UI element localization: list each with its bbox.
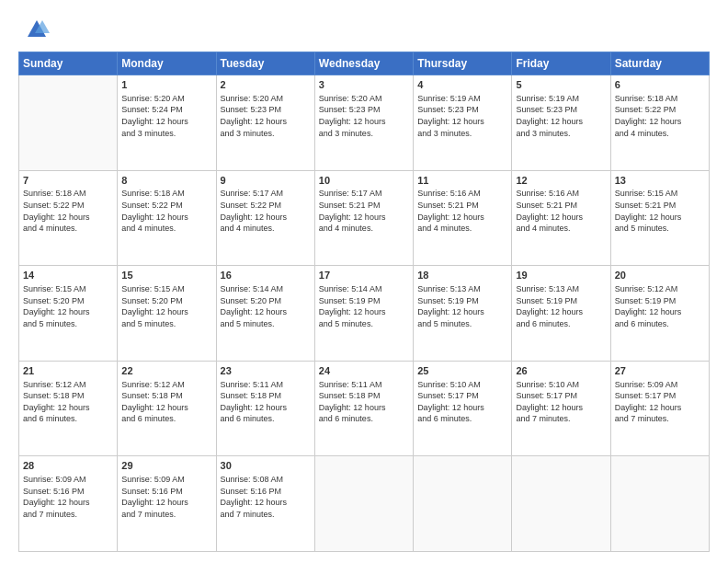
calendar-cell: 26Sunrise: 5:10 AM Sunset: 5:17 PM Dayli… [512, 361, 610, 456]
day-header-sunday: Sunday [19, 52, 118, 75]
day-info: Sunrise: 5:15 AM Sunset: 5:20 PM Dayligh… [23, 283, 113, 329]
day-info: Sunrise: 5:15 AM Sunset: 5:21 PM Dayligh… [615, 188, 705, 234]
day-header-thursday: Thursday [414, 52, 512, 75]
day-number: 17 [319, 269, 409, 282]
day-number: 29 [121, 459, 211, 473]
day-number: 6 [615, 78, 705, 92]
logo-icon [24, 17, 50, 42]
day-number: 7 [23, 174, 113, 188]
calendar-cell: 12Sunrise: 5:16 AM Sunset: 5:21 PM Dayli… [512, 170, 610, 266]
day-info: Sunrise: 5:19 AM Sunset: 5:23 PM Dayligh… [417, 93, 507, 139]
day-number: 13 [615, 174, 705, 188]
calendar-cell: 8Sunrise: 5:18 AM Sunset: 5:22 PM Daylig… [118, 170, 216, 266]
day-number: 10 [319, 174, 409, 188]
day-number: 26 [516, 364, 606, 378]
calendar-cell: 15Sunrise: 5:15 AM Sunset: 5:20 PM Dayli… [118, 266, 216, 362]
calendar-cell: 4Sunrise: 5:19 AM Sunset: 5:23 PM Daylig… [414, 75, 512, 171]
calendar-cell: 10Sunrise: 5:17 AM Sunset: 5:21 PM Dayli… [314, 170, 413, 266]
calendar-cell: 28Sunrise: 5:09 AM Sunset: 5:16 PM Dayli… [19, 456, 118, 552]
day-info: Sunrise: 5:17 AM Sunset: 5:22 PM Dayligh… [221, 188, 311, 234]
day-info: Sunrise: 5:12 AM Sunset: 5:18 PM Dayligh… [23, 379, 113, 425]
day-info: Sunrise: 5:08 AM Sunset: 5:16 PM Dayligh… [221, 474, 311, 520]
day-info: Sunrise: 5:12 AM Sunset: 5:18 PM Dayligh… [121, 379, 211, 425]
day-number: 1 [121, 78, 211, 92]
day-info: Sunrise: 5:20 AM Sunset: 5:23 PM Dayligh… [319, 93, 409, 139]
day-header-tuesday: Tuesday [216, 52, 314, 75]
day-info: Sunrise: 5:14 AM Sunset: 5:20 PM Dayligh… [221, 283, 311, 329]
day-header-monday: Monday [118, 52, 216, 75]
day-number: 2 [221, 78, 311, 92]
day-info: Sunrise: 5:17 AM Sunset: 5:21 PM Dayligh… [319, 188, 409, 234]
day-info: Sunrise: 5:09 AM Sunset: 5:17 PM Dayligh… [615, 379, 705, 425]
calendar-cell: 29Sunrise: 5:09 AM Sunset: 5:16 PM Dayli… [118, 456, 216, 552]
day-info: Sunrise: 5:16 AM Sunset: 5:21 PM Dayligh… [417, 188, 507, 234]
day-number: 25 [417, 364, 507, 378]
calendar-table: SundayMondayTuesdayWednesdayThursdayFrid… [18, 52, 710, 552]
calendar-cell: 22Sunrise: 5:12 AM Sunset: 5:18 PM Dayli… [118, 361, 216, 456]
calendar-cell: 25Sunrise: 5:10 AM Sunset: 5:17 PM Dayli… [414, 361, 512, 456]
day-info: Sunrise: 5:20 AM Sunset: 5:23 PM Dayligh… [221, 93, 311, 139]
calendar-cell: 30Sunrise: 5:08 AM Sunset: 5:16 PM Dayli… [216, 456, 314, 552]
day-info: Sunrise: 5:16 AM Sunset: 5:21 PM Dayligh… [516, 188, 606, 234]
day-number: 8 [121, 174, 211, 188]
calendar-cell: 2Sunrise: 5:20 AM Sunset: 5:23 PM Daylig… [216, 75, 314, 171]
calendar-cell: 19Sunrise: 5:13 AM Sunset: 5:19 PM Dayli… [512, 266, 610, 362]
day-header-wednesday: Wednesday [314, 52, 413, 75]
day-info: Sunrise: 5:15 AM Sunset: 5:20 PM Dayligh… [121, 283, 211, 329]
day-info: Sunrise: 5:19 AM Sunset: 5:23 PM Dayligh… [516, 93, 606, 139]
day-info: Sunrise: 5:10 AM Sunset: 5:17 PM Dayligh… [516, 379, 606, 425]
day-number: 22 [121, 364, 211, 378]
calendar-cell: 9Sunrise: 5:17 AM Sunset: 5:22 PM Daylig… [216, 170, 314, 266]
calendar-cell: 27Sunrise: 5:09 AM Sunset: 5:17 PM Dayli… [610, 361, 709, 456]
day-number: 14 [23, 269, 113, 282]
day-info: Sunrise: 5:11 AM Sunset: 5:18 PM Dayligh… [319, 379, 409, 425]
calendar-cell [414, 456, 512, 552]
day-info: Sunrise: 5:20 AM Sunset: 5:24 PM Dayligh… [121, 93, 211, 139]
calendar-cell: 5Sunrise: 5:19 AM Sunset: 5:23 PM Daylig… [512, 75, 610, 171]
day-number: 4 [417, 78, 507, 92]
calendar-cell: 1Sunrise: 5:20 AM Sunset: 5:24 PM Daylig… [118, 75, 216, 171]
day-number: 9 [221, 174, 311, 188]
day-info: Sunrise: 5:11 AM Sunset: 5:18 PM Dayligh… [221, 379, 311, 425]
day-number: 3 [319, 78, 409, 92]
day-number: 19 [516, 269, 606, 282]
calendar-cell: 6Sunrise: 5:18 AM Sunset: 5:22 PM Daylig… [610, 75, 709, 171]
day-number: 18 [417, 269, 507, 282]
day-number: 15 [121, 269, 211, 282]
day-number: 27 [615, 364, 705, 378]
calendar-cell: 18Sunrise: 5:13 AM Sunset: 5:19 PM Dayli… [414, 266, 512, 362]
calendar-cell: 20Sunrise: 5:12 AM Sunset: 5:19 PM Dayli… [610, 266, 709, 362]
day-number: 24 [319, 364, 409, 378]
calendar-cell: 13Sunrise: 5:15 AM Sunset: 5:21 PM Dayli… [610, 170, 709, 266]
day-number: 11 [417, 174, 507, 188]
day-info: Sunrise: 5:12 AM Sunset: 5:19 PM Dayligh… [615, 283, 705, 329]
calendar-cell: 14Sunrise: 5:15 AM Sunset: 5:20 PM Dayli… [19, 266, 118, 362]
day-info: Sunrise: 5:13 AM Sunset: 5:19 PM Dayligh… [516, 283, 606, 329]
calendar-cell [314, 456, 413, 552]
day-info: Sunrise: 5:09 AM Sunset: 5:16 PM Dayligh… [23, 474, 113, 520]
calendar-cell: 24Sunrise: 5:11 AM Sunset: 5:18 PM Dayli… [314, 361, 413, 456]
day-info: Sunrise: 5:18 AM Sunset: 5:22 PM Dayligh… [23, 188, 113, 234]
day-number: 16 [221, 269, 311, 282]
calendar-cell: 23Sunrise: 5:11 AM Sunset: 5:18 PM Dayli… [216, 361, 314, 456]
calendar-cell: 17Sunrise: 5:14 AM Sunset: 5:19 PM Dayli… [314, 266, 413, 362]
calendar-cell [512, 456, 610, 552]
calendar-cell: 11Sunrise: 5:16 AM Sunset: 5:21 PM Dayli… [414, 170, 512, 266]
day-header-saturday: Saturday [610, 52, 709, 75]
day-header-friday: Friday [512, 52, 610, 75]
calendar-cell: 3Sunrise: 5:20 AM Sunset: 5:23 PM Daylig… [314, 75, 413, 171]
day-info: Sunrise: 5:10 AM Sunset: 5:17 PM Dayligh… [417, 379, 507, 425]
calendar-cell: 16Sunrise: 5:14 AM Sunset: 5:20 PM Dayli… [216, 266, 314, 362]
logo [18, 17, 50, 42]
day-info: Sunrise: 5:09 AM Sunset: 5:16 PM Dayligh… [121, 474, 211, 520]
day-number: 5 [516, 78, 606, 92]
day-info: Sunrise: 5:18 AM Sunset: 5:22 PM Dayligh… [121, 188, 211, 234]
day-number: 30 [221, 459, 311, 473]
calendar-cell: 21Sunrise: 5:12 AM Sunset: 5:18 PM Dayli… [19, 361, 118, 456]
day-info: Sunrise: 5:14 AM Sunset: 5:19 PM Dayligh… [319, 283, 409, 329]
calendar-cell [19, 75, 118, 171]
calendar-cell [610, 456, 709, 552]
day-number: 20 [615, 269, 705, 282]
day-info: Sunrise: 5:13 AM Sunset: 5:19 PM Dayligh… [417, 283, 507, 329]
day-number: 23 [221, 364, 311, 378]
